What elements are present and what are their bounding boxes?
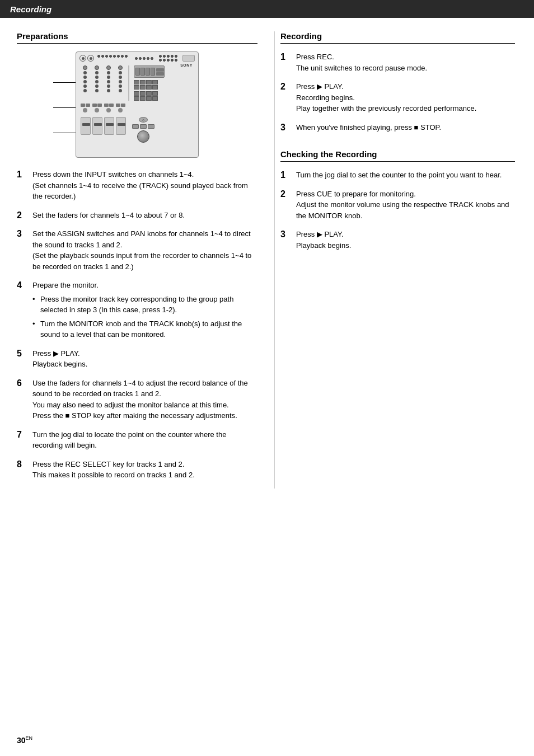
step-8: 8 Press the REC SELECT key for tracks 1 … <box>17 459 257 481</box>
step-8-text: Press the REC SELECT key for tracks 1 an… <box>32 459 257 470</box>
page-number: 30EN <box>17 735 32 745</box>
header-bar: Recording <box>0 0 534 18</box>
chk-step-2: 2 Press CUE to prepare for monitoring. A… <box>280 189 515 222</box>
step-4-bullet-1-text: Press the monitor track key correspondin… <box>40 294 257 316</box>
rec-step-3-number: 3 <box>280 122 293 133</box>
chk-step-1: 1 Turn the jog dial to set the counter t… <box>280 170 515 181</box>
rec-step-1: 1 Press REC. The unit switches to record… <box>280 51 515 73</box>
step-5-text: Press ▶ PLAY. <box>32 348 257 359</box>
header-title: Recording <box>10 4 51 14</box>
step-7: 7 Turn the jog dial to locate the point … <box>17 429 257 451</box>
step-4-bullet-2-text: Turn the MONITOR knob and the TRACK knob… <box>40 318 257 340</box>
step-8-number: 8 <box>17 459 29 469</box>
step-1-sub: (Set channels 1~4 to receive the (TRACK)… <box>32 180 257 202</box>
preparations-steps: 1 Press down the INPUT switches on chann… <box>17 169 257 481</box>
step-3-text: Set the ASSIGN switches and PAN knobs fo… <box>32 228 257 250</box>
step-3-sub: (Set the playback sounds input from the … <box>32 250 257 272</box>
device-box: SONY <box>76 51 199 158</box>
rec-step-2-sub2: Play together with the previously record… <box>296 103 515 114</box>
rec-step-3: 3 When you've finished playing, press ■ … <box>280 122 515 133</box>
recording-section: Recording 1 Press REC. The unit switches… <box>280 31 515 133</box>
checking-steps: 1 Turn the jog dial to set the counter t… <box>280 170 515 251</box>
step-7-number: 7 <box>17 429 29 440</box>
rec-step-2-text: Press ▶ PLAY. <box>296 81 515 92</box>
step-4-content: Prepare the monitor. • Press the monitor… <box>32 280 257 340</box>
step-1: 1 Press down the INPUT switches on chann… <box>17 169 257 202</box>
step-2-content: Set the faders for channels 1~4 to about… <box>32 210 257 221</box>
step-2-number: 2 <box>17 210 29 220</box>
chk-step-2-number: 2 <box>280 189 293 199</box>
checking-heading: Checking the Recording <box>280 149 515 162</box>
step-6: 6 Use the faders for channels 1~4 to adj… <box>17 378 257 421</box>
chk-step-3: 3 Press ▶ PLAY. Playback begins. <box>280 229 515 251</box>
checking-section: Checking the Recording 1 Turn the jog di… <box>280 149 515 251</box>
step-1-text: Press down the INPUT switches on channel… <box>32 169 257 180</box>
chk-step-1-text: Turn the jog dial to set the counter to … <box>296 170 515 181</box>
step-4: 4 Prepare the monitor. • Press the monit… <box>17 280 257 340</box>
right-column: Recording 1 Press REC. The unit switches… <box>274 31 515 489</box>
step-5-content: Press ▶ PLAY. Playback begins. <box>32 348 257 370</box>
rec-step-1-text: Press REC. <box>296 51 515 63</box>
step-5: 5 Press ▶ PLAY. Playback begins. <box>17 348 257 370</box>
recording-heading: Recording <box>280 31 515 44</box>
chk-step-2-content: Press CUE to prepare for monitoring. Adj… <box>296 189 515 222</box>
recording-steps: 1 Press REC. The unit switches to record… <box>280 51 515 133</box>
bullet-dot-2: • <box>32 318 40 330</box>
step-6-sub1: You may also need to adjust the monitor … <box>32 400 257 411</box>
chk-step-2-sub: Adjust the monitor volume using the resp… <box>296 199 515 221</box>
left-column: Preparations <box>17 31 274 489</box>
step-4-text: Prepare the monitor. <box>32 280 257 291</box>
step-3: 3 Set the ASSIGN switches and PAN knobs … <box>17 228 257 272</box>
rec-step-3-text: When you've finished playing, press ■ ST… <box>296 122 515 133</box>
step-6-number: 6 <box>17 378 29 388</box>
content-area: Preparations <box>0 18 534 505</box>
rec-step-2-number: 2 <box>280 81 293 92</box>
step-4-number: 4 <box>17 280 29 290</box>
rec-step-1-sub: The unit switches to record pause mode. <box>296 63 515 74</box>
chk-step-2-text: Press CUE to prepare for monitoring. <box>296 189 515 200</box>
chk-step-3-sub: Playback begins. <box>296 240 515 251</box>
step-4-bullet-2: • Turn the MONITOR knob and the TRACK kn… <box>32 318 257 340</box>
chk-step-1-content: Turn the jog dial to set the counter to … <box>296 170 515 181</box>
step-8-sub: This makes it possible to record on trac… <box>32 469 257 481</box>
rec-step-1-number: 1 <box>280 51 293 62</box>
step-2: 2 Set the faders for channels 1~4 to abo… <box>17 210 257 221</box>
step-6-sub2: Press the ■ STOP key after making the ne… <box>32 410 257 421</box>
rec-step-1-content: Press REC. The unit switches to record p… <box>296 51 515 73</box>
step-4-bullet-1: • Press the monitor track key correspond… <box>32 294 257 316</box>
rec-step-3-content: When you've finished playing, press ■ ST… <box>296 122 515 133</box>
rec-step-2-content: Press ▶ PLAY. Recording begins. Play tog… <box>296 81 515 114</box>
step-2-text: Set the faders for channels 1~4 to about… <box>32 210 257 221</box>
rec-step-2: 2 Press ▶ PLAY. Recording begins. Play t… <box>280 81 515 114</box>
step-3-number: 3 <box>17 228 29 239</box>
step-7-text: Turn the jog dial to locate the point on… <box>32 429 257 451</box>
bullet-dot-1: • <box>32 294 40 305</box>
step-5-number: 5 <box>17 348 29 359</box>
page-container: Recording Preparations <box>0 0 534 756</box>
chk-step-3-number: 3 <box>280 229 293 240</box>
step-6-text: Use the faders for channels 1~4 to adjus… <box>32 378 257 400</box>
step-7-content: Turn the jog dial to locate the point on… <box>32 429 257 451</box>
step-5-sub: Playback begins. <box>32 359 257 370</box>
step-6-content: Use the faders for channels 1~4 to adjus… <box>32 378 257 421</box>
step-1-number: 1 <box>17 169 29 180</box>
step-8-content: Press the REC SELECT key for tracks 1 an… <box>32 459 257 481</box>
chk-step-1-number: 1 <box>280 170 293 180</box>
device-illustration: SONY <box>17 51 257 158</box>
chk-step-3-content: Press ▶ PLAY. Playback begins. <box>296 229 515 251</box>
preparations-heading: Preparations <box>17 31 257 44</box>
chk-step-3-text: Press ▶ PLAY. <box>296 229 515 240</box>
step-1-content: Press down the INPUT switches on channel… <box>32 169 257 202</box>
step-3-content: Set the ASSIGN switches and PAN knobs fo… <box>32 228 257 272</box>
rec-step-2-sub1: Recording begins. <box>296 92 515 104</box>
